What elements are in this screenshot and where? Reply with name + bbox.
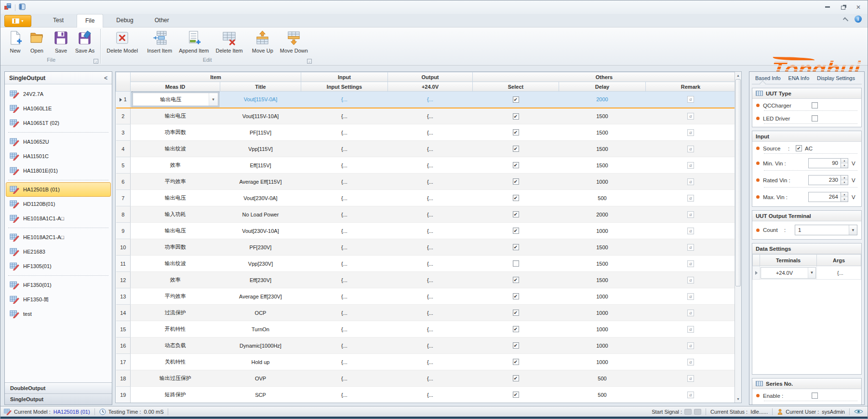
title-cell[interactable]: Vpp[115V] [220, 141, 301, 157]
tab-other[interactable]: Other [147, 14, 177, 27]
remark-icon[interactable]: a [687, 244, 694, 251]
meas-id-cell[interactable]: 输出电压▾ [131, 92, 220, 108]
max-vin-value[interactable]: 264 [808, 192, 841, 202]
select-checkbox[interactable] [513, 375, 519, 381]
meas-id-cell[interactable]: 输出纹波 [131, 141, 220, 157]
delay-cell[interactable]: 500 [559, 190, 646, 206]
remark-icon[interactable]: a [687, 277, 694, 284]
select-cell[interactable] [473, 387, 559, 403]
remark-icon[interactable]: a [687, 162, 694, 169]
meas-id-cell[interactable]: 功率因数 [131, 239, 220, 256]
output-cell[interactable]: {... [388, 387, 473, 403]
table-row[interactable]: 11输出纹波Vpp[230V]{...{...1500a [116, 256, 735, 272]
row-number[interactable]: 3 [116, 124, 131, 141]
terminal-combo[interactable]: +24.0V ▼ [761, 267, 816, 279]
min-vin-value[interactable]: 90 [808, 158, 841, 168]
args-cell[interactable]: {... [817, 266, 861, 280]
move-down-button[interactable]: Move Down [277, 29, 311, 54]
dropdown-arrow-icon[interactable]: ▼ [849, 225, 857, 235]
row-number[interactable]: 7 [116, 190, 131, 206]
select-checkbox[interactable] [513, 326, 519, 332]
remark-cell[interactable]: a [646, 338, 735, 354]
sidebar-item[interactable]: HF1350-简 [6, 292, 111, 307]
table-row[interactable]: 4输出纹波Vpp[115V]{...{...1500a [116, 141, 735, 157]
delay-cell[interactable]: 1000 [559, 223, 646, 239]
insert-item-button[interactable]: Insert Item [144, 29, 175, 54]
input-settings-cell[interactable]: {... [301, 272, 388, 288]
title-cell[interactable]: PF[230V] [220, 239, 301, 256]
meas-id-cell[interactable]: 开机特性 [131, 321, 220, 338]
count-value[interactable]: 1 [795, 227, 849, 233]
window-style-icon[interactable] [19, 3, 26, 12]
table-row[interactable]: 1输出电压▾Vout[115V-0A]{...{...2000a [116, 92, 735, 108]
move-up-button[interactable]: Move Up [249, 29, 277, 54]
tab-ena-info[interactable]: ENA Info [785, 73, 813, 83]
col-header-24v[interactable]: +24.0V [388, 82, 473, 92]
remark-icon[interactable]: a [687, 293, 694, 300]
remark-icon[interactable]: a [687, 342, 694, 349]
delay-cell[interactable]: 1500 [559, 239, 646, 256]
app-menu-button[interactable]: ▾ [4, 15, 31, 27]
tab-file[interactable]: File [77, 14, 103, 27]
delay-cell[interactable]: 1000 [559, 288, 646, 305]
output-cell[interactable]: {... [388, 124, 473, 141]
scrollbar-thumb[interactable] [735, 79, 741, 286]
select-checkbox[interactable] [513, 260, 519, 267]
select-cell[interactable] [473, 288, 559, 305]
select-checkbox[interactable] [513, 211, 519, 217]
row-number[interactable]: 6 [116, 174, 131, 190]
meas-id-cell[interactable]: 输出电压 [131, 223, 220, 239]
spin-up-icon[interactable]: ▲ [841, 159, 848, 163]
delay-cell[interactable]: 1500 [559, 124, 646, 141]
select-cell[interactable] [473, 92, 559, 108]
col-header-title[interactable]: Title [220, 82, 301, 92]
col-header-remark[interactable]: Remark [646, 82, 735, 92]
restore-button[interactable] [839, 4, 847, 10]
sidebar-item[interactable]: HE21683 [6, 244, 111, 259]
meas-id-cell[interactable]: 输出电压 [131, 108, 220, 124]
remark-cell[interactable]: a [646, 92, 735, 108]
qccharger-checkbox[interactable] [812, 102, 818, 108]
delay-cell[interactable]: 1000 [559, 354, 646, 370]
col-header-select[interactable]: Select [473, 82, 559, 92]
sidebar-header[interactable]: SingleOutput < [5, 72, 112, 84]
row-number[interactable]: 9 [116, 223, 131, 239]
col-header-meas-id[interactable]: Meas ID [131, 82, 220, 92]
min-vin-spinner[interactable]: 90 ▲▼ [808, 158, 848, 168]
sidebar-item[interactable]: HA10651T (02) [6, 116, 111, 130]
table-row[interactable]: 2输出电压Vout[115V-10A]{...{...1500a [116, 108, 735, 124]
table-row[interactable]: 14过流保护OCP{...{...1000a [116, 305, 735, 321]
input-settings-cell[interactable]: {... [301, 92, 388, 108]
select-cell[interactable] [473, 157, 559, 174]
delay-cell[interactable]: 1000 [559, 321, 646, 338]
dropdown-arrow-icon[interactable]: ▼ [808, 268, 815, 278]
group-header-others[interactable]: Others [473, 72, 735, 82]
output-cell[interactable]: {... [388, 223, 473, 239]
spin-down-icon[interactable]: ▼ [841, 163, 848, 168]
select-cell[interactable] [473, 370, 559, 387]
group-header-item[interactable]: Item [131, 72, 301, 82]
select-checkbox[interactable] [513, 96, 519, 103]
row-number[interactable]: 19 [116, 387, 131, 403]
spinner-buttons[interactable]: ▲▼ [841, 175, 848, 185]
delay-cell[interactable]: 500 [559, 387, 646, 403]
group-header-input[interactable]: Input [301, 72, 388, 82]
delay-cell[interactable]: 1500 [559, 157, 646, 174]
output-cell[interactable]: {... [388, 354, 473, 370]
minimize-button[interactable] [823, 4, 832, 10]
select-checkbox[interactable] [513, 228, 519, 234]
table-row[interactable]: 10功率因数PF[230V]{...{...1500a [116, 239, 735, 256]
select-cell[interactable] [473, 305, 559, 321]
select-cell[interactable] [473, 354, 559, 370]
sidebar-item[interactable]: HF1350(01) [6, 278, 111, 292]
input-settings-cell[interactable]: {... [301, 141, 388, 157]
remark-cell[interactable]: a [646, 272, 735, 288]
title-cell[interactable]: Eff[230V] [220, 272, 301, 288]
scroll-down-icon[interactable]: ▼ [735, 395, 741, 403]
remark-icon[interactable]: a [687, 326, 694, 333]
terminals-column-header[interactable]: Terminals [760, 255, 817, 266]
terminal-cell[interactable]: +24.0V ▼ [760, 266, 817, 280]
tab-display-settings[interactable]: Display Settings [814, 73, 858, 83]
output-cell[interactable]: {... [388, 288, 473, 305]
select-cell[interactable] [473, 124, 559, 141]
